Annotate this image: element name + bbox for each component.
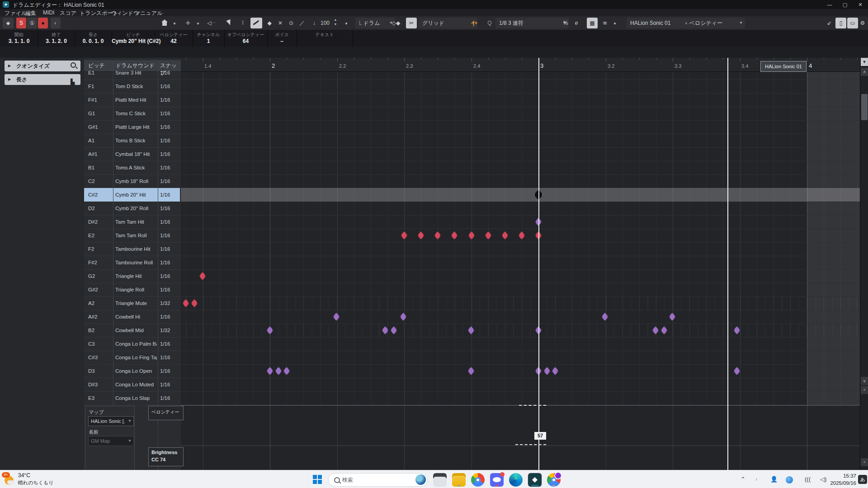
grid-row-B1[interactable] [181, 161, 860, 175]
expand-arrow-icon[interactable]: ▶ [8, 61, 11, 71]
line-tool[interactable]: ／ [297, 18, 307, 28]
drum-row-F2[interactable]: F2Tambourine Hit1/16 [84, 242, 180, 256]
scrollbar-thumb[interactable] [861, 94, 868, 120]
grid-row-Cs3[interactable] [181, 351, 860, 365]
info-field-3[interactable]: 長さ0. 0. 1. 0 [75, 30, 112, 47]
drum-name-dropdown[interactable]: GM Map▼ [88, 436, 134, 446]
record-button[interactable]: ● [38, 18, 48, 28]
mute-tool[interactable]: ✕ [275, 18, 286, 28]
drum-row-C2[interactable]: C2Cymb 18" Roll1/16 [84, 174, 180, 188]
cc-lane-label[interactable]: BrightnessCC 74 [148, 447, 184, 466]
object-select-tool[interactable] [223, 18, 235, 28]
grid-row-C3[interactable] [181, 337, 860, 351]
autoscroll-icon[interactable]: ✛ [183, 18, 193, 28]
zoom-tool[interactable]: ⊙ [286, 18, 297, 28]
drum-row-As2[interactable]: A#2Cowbell Hi1/16 [84, 310, 180, 324]
drum-row-G2[interactable]: G2Triangle Hit1/16 [84, 269, 180, 283]
menu-item-3[interactable]: MIDI [43, 9, 54, 16]
window-layout-dropdown[interactable]: ▼ [171, 18, 178, 28]
snap-marker-icon[interactable]: -|+ [468, 18, 480, 28]
snap-toggle-icon[interactable]: ✂ [406, 18, 417, 28]
grid-row-D3[interactable] [181, 364, 860, 378]
event-colors-dropdown[interactable]: L ドラム▼ [355, 18, 395, 28]
taskbar-app-notepad[interactable] [433, 473, 447, 487]
drum-row-A2[interactable]: A2Triangle Mute1/32 [84, 296, 180, 310]
drumstick-tool[interactable]: ⊺ [237, 18, 249, 28]
drum-row-B2[interactable]: B2Cowbell Mid1/32 [84, 324, 180, 338]
close-button[interactable]: ✕ [853, 0, 868, 9]
setup-gear-icon[interactable]: ⚙ [858, 18, 867, 28]
grid-row-Ds3[interactable] [181, 378, 860, 392]
grid-row-G2[interactable] [181, 269, 860, 283]
grid-row-Gs2[interactable] [181, 283, 860, 297]
info-field-7[interactable]: オフベロシティー64 [224, 30, 268, 47]
drum-row-Cs2[interactable]: C#2Cymb 20" Hit1/16 [84, 188, 180, 202]
grid-row-C2[interactable] [181, 174, 860, 188]
quantize-section-header[interactable]: ▶ クオンタイズ [5, 61, 80, 71]
drum-row-E3[interactable]: E3Conga Lo Slap1/16 [84, 391, 180, 405]
row-drag-handle[interactable] [181, 229, 183, 244]
info-field-6[interactable]: チャンネル1 [193, 30, 225, 47]
info-field-9[interactable]: テキスト [297, 30, 353, 47]
zoom-in-lane-icon[interactable]: + [861, 458, 868, 466]
ruler-options-button[interactable]: ▼ [861, 58, 868, 66]
drum-row-B1[interactable]: B1Toms A Stick1/16 [84, 161, 180, 175]
input-dropdown[interactable]: ▼ [611, 18, 618, 28]
solo-button[interactable]: S [16, 18, 26, 28]
kit-sounds-icon[interactable]: ◇◆ [391, 18, 401, 28]
eraser-tool[interactable]: ◆ [264, 18, 275, 28]
drum-row-As1[interactable]: A#1Cymbal 18" Hit1/16 [84, 147, 180, 161]
taskbar-app-edge[interactable] [509, 473, 523, 487]
grid-row-Fs1[interactable] [181, 93, 860, 107]
insert-velocity-value[interactable]: 100 [317, 18, 333, 28]
scroll-down-icon[interactable]: ∨ [861, 377, 868, 385]
taskbar-app-chrome-profile[interactable] [547, 473, 561, 487]
draw-tool-selected[interactable] [250, 18, 262, 28]
info-field-4[interactable]: ピッチCymb 20" Hit (C#2) [112, 30, 155, 47]
drum-row-D3[interactable]: D3Conga Lo Open1/16 [84, 364, 180, 378]
iterative-quantize-icon[interactable]: % [561, 18, 571, 28]
drum-row-E1[interactable]: E1Snare 3 Hit1/16 [84, 66, 180, 80]
info-field-8[interactable]: ボイス– [267, 30, 297, 47]
drum-row-Ds2[interactable]: D#2Tam Tam Hit1/16 [84, 215, 180, 229]
grid-row-Gs1[interactable] [181, 120, 860, 134]
info-field-1[interactable]: 開始3. 1. 1. 0 [0, 30, 38, 47]
grid-row-F2[interactable] [181, 242, 860, 256]
taskbar-app-discord[interactable] [490, 473, 504, 487]
drum-row-Fs2[interactable]: F#2Tambourine Roll1/16 [84, 256, 180, 270]
velocity-dropdown[interactable]: ▼ [343, 18, 350, 28]
zoom-in-vertical-icon[interactable]: + [861, 386, 868, 394]
volume-icon[interactable]: ◁) [820, 476, 826, 483]
grid-row-Fs2[interactable] [181, 256, 860, 270]
record-mode-icon[interactable]: ① [27, 18, 37, 28]
info-field-5[interactable]: ベロシティー42 [155, 30, 193, 47]
copilot-icon[interactable] [786, 476, 793, 483]
grid-row-B2[interactable] [181, 324, 860, 338]
feedback-icon[interactable]: ◐ [51, 18, 61, 28]
autoscroll-dropdown[interactable]: ▼ [194, 18, 202, 28]
pin-icon[interactable]: ⬥ [3, 18, 14, 28]
drum-row-Ds3[interactable]: D#3Conga Lo Muted1/16 [84, 378, 180, 392]
grid-row-A1[interactable] [181, 134, 860, 148]
grid-row-Ds2[interactable] [181, 215, 860, 229]
grid-row-F1[interactable] [181, 80, 860, 94]
acoustic-feedback-icon[interactable]: ◁𝄖 [206, 18, 217, 28]
grid-row-A2[interactable] [181, 296, 860, 310]
timeline-ruler[interactable]: 1.422.22.32.433.23.33.44 HALion Sonic 01 [181, 58, 860, 72]
tray-chevron-up-icon[interactable]: ⌃ [741, 476, 745, 483]
window-layout-icon[interactable] [159, 18, 170, 28]
left-zone-toggle-icon[interactable]: ▯ [835, 18, 846, 28]
velocity-lane-label[interactable]: ベロシティー [148, 406, 184, 420]
drum-row-Gs2[interactable]: G#2Triangle Roll1/16 [84, 283, 180, 297]
maximize-button[interactable]: ▢ [837, 0, 853, 9]
controller-lane-dropdown[interactable]: ◖ ベロシティー▼ [681, 18, 745, 28]
scroll-up-icon[interactable]: ∧ [861, 68, 868, 76]
quantize-preset-dropdown[interactable]: 1/8 3 連符▼ [495, 18, 569, 28]
drum-row-E2[interactable]: E2Tam Tam Roll1/16 [84, 229, 180, 243]
quantize-panel-icon[interactable]: e [571, 18, 581, 28]
minimize-button[interactable]: — [822, 0, 837, 9]
vertical-scrollbar[interactable]: ▼ ∧ ∨ + + [860, 58, 868, 470]
taskbar-app-cubase[interactable] [528, 473, 542, 487]
grid-row-As2[interactable] [181, 310, 860, 324]
drum-map-dropdown[interactable]: HALion Sonic [.▼ [88, 416, 134, 426]
